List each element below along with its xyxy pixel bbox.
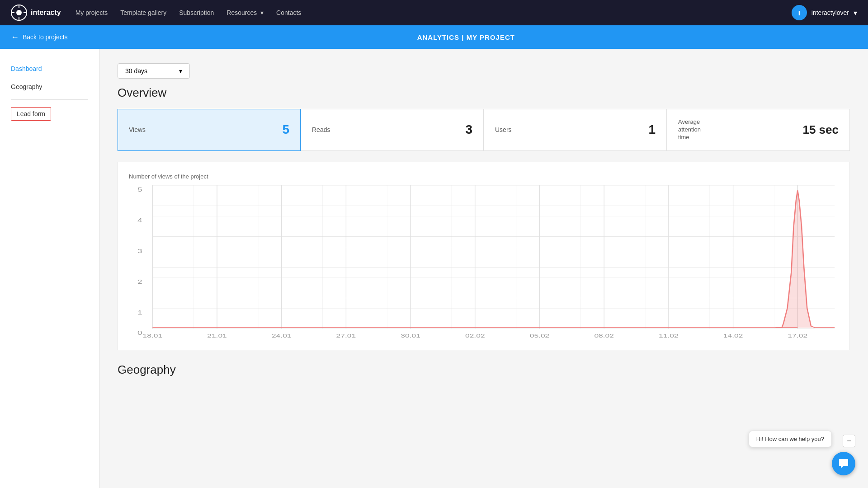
- svg-text:18.01: 18.01: [143, 333, 163, 338]
- chart-label: Number of views of the project: [129, 173, 839, 180]
- user-menu[interactable]: I interactylover ▾: [792, 5, 857, 20]
- sidebar: Dashboard Geography Lead form: [0, 49, 99, 488]
- svg-text:14.02: 14.02: [723, 333, 743, 338]
- stat-label-views: Views: [129, 126, 146, 133]
- svg-text:27.01: 27.01: [336, 333, 356, 338]
- svg-text:30.01: 30.01: [401, 333, 420, 338]
- svg-rect-12: [152, 185, 835, 328]
- nav-subscription[interactable]: Subscription: [179, 9, 214, 16]
- stat-card-users[interactable]: Users 1: [484, 109, 667, 151]
- main-layout: Dashboard Geography Lead form 30 days ▾ …: [0, 49, 868, 488]
- svg-text:21.01: 21.01: [207, 333, 227, 338]
- chat-tooltip: Hi! How can we help you?: [749, 431, 832, 447]
- sidebar-item-lead-form[interactable]: Lead form: [11, 107, 51, 121]
- subheader: ← Back to projects ANALYTICS | MY PROJEC…: [0, 25, 868, 49]
- svg-text:24.01: 24.01: [272, 333, 292, 338]
- svg-text:02.02: 02.02: [465, 333, 485, 338]
- back-to-projects-button[interactable]: ← Back to projects: [11, 33, 68, 42]
- svg-text:3: 3: [137, 248, 142, 254]
- stat-label-avg: Average attention time: [678, 118, 701, 141]
- nav-my-projects[interactable]: My projects: [75, 9, 108, 16]
- top-navigation: interacty My projects Template gallery S…: [0, 0, 868, 25]
- geography-title: Geography: [118, 363, 850, 377]
- chevron-down-icon: ▾: [179, 67, 182, 75]
- nav-template-gallery[interactable]: Template gallery: [120, 9, 166, 16]
- svg-text:17.02: 17.02: [788, 333, 807, 338]
- username: interactylover: [811, 9, 849, 16]
- svg-text:08.02: 08.02: [594, 333, 614, 338]
- chart-container: 5 4 3 2 1 0: [129, 185, 839, 339]
- chat-minimize-button[interactable]: −: [843, 435, 855, 447]
- svg-text:11.02: 11.02: [659, 333, 679, 338]
- arrow-left-icon: ←: [11, 33, 19, 42]
- svg-text:0: 0: [137, 329, 142, 336]
- sidebar-divider: [11, 99, 88, 100]
- nav-links: My projects Template gallery Subscriptio…: [75, 9, 777, 16]
- stat-card-views[interactable]: Views 5: [118, 109, 301, 151]
- stat-label-users: Users: [495, 126, 512, 133]
- chevron-down-icon: ▾: [260, 9, 264, 16]
- svg-point-1: [16, 10, 22, 15]
- stats-row: Views 5 Reads 3 Users 1 Average attentio…: [118, 109, 850, 151]
- svg-text:2: 2: [137, 278, 142, 285]
- logo-text: interacty: [31, 9, 61, 17]
- logo[interactable]: interacty: [11, 5, 61, 21]
- avatar: I: [792, 5, 807, 20]
- main-content: 30 days ▾ Overview Views 5 Reads 3 Users…: [99, 49, 868, 488]
- stat-value-users: 1: [648, 122, 656, 137]
- svg-text:4: 4: [137, 217, 142, 223]
- chart-section: Number of views of the project 5 4 3 2 1: [118, 162, 850, 350]
- views-chart: 5 4 3 2 1 0: [129, 185, 839, 339]
- stat-value-reads: 3: [465, 122, 472, 137]
- chevron-down-icon: ▾: [854, 9, 857, 17]
- svg-text:1: 1: [137, 309, 142, 315]
- page-title: ANALYTICS | MY PROJECT: [75, 33, 857, 41]
- stat-card-avg-attention[interactable]: Average attention time 15 sec: [667, 109, 850, 151]
- stat-value-views: 5: [282, 122, 289, 137]
- stat-card-reads[interactable]: Reads 3: [301, 109, 484, 151]
- date-range-dropdown[interactable]: 30 days ▾: [118, 63, 190, 79]
- svg-text:5: 5: [137, 186, 142, 192]
- chat-button[interactable]: [832, 452, 855, 475]
- nav-contacts[interactable]: Contacts: [276, 9, 301, 16]
- sidebar-item-dashboard[interactable]: Dashboard: [0, 60, 99, 78]
- overview-title: Overview: [118, 86, 850, 100]
- logo-icon: [11, 5, 27, 21]
- svg-text:05.02: 05.02: [530, 333, 550, 338]
- chat-icon: [838, 458, 849, 469]
- nav-resources[interactable]: Resources ▾: [226, 9, 264, 16]
- sidebar-item-geography[interactable]: Geography: [0, 78, 99, 96]
- stat-label-reads: Reads: [312, 126, 330, 133]
- stat-value-avg-attention: 15 sec: [802, 123, 839, 137]
